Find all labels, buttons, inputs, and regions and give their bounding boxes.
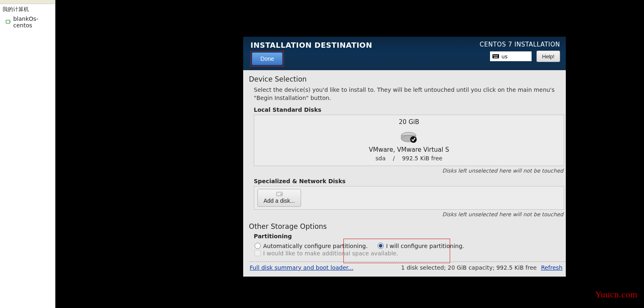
refresh-link[interactable]: Refresh (541, 264, 563, 271)
disk-name: VMware, VMware Virtual S (369, 146, 449, 153)
local-disks-hint: Disks left unselected here will not be t… (246, 168, 566, 174)
page-title: INSTALLATION DESTINATION (251, 41, 372, 49)
radio-manual-label: I will configure partitioning. (386, 243, 464, 249)
checkbox-additional-space: I would like to make additional space av… (255, 250, 398, 257)
sidebar-toolbar (0, 0, 55, 4)
local-disks-heading: Local Standard Disks (246, 106, 566, 113)
svg-rect-5 (497, 55, 498, 56)
specialized-disks-hint: Disks left unselected here will not be t… (246, 211, 566, 217)
done-highlight: Done (251, 51, 284, 66)
vm-icon (6, 19, 11, 25)
radio-manual-input[interactable] (378, 243, 384, 249)
svg-rect-4 (496, 55, 497, 56)
add-disk-button[interactable]: Add a disk... (257, 189, 301, 207)
disk-detail: sda / 992.5 KiB free (376, 155, 442, 162)
keyboard-layout-indicator[interactable]: us (490, 51, 532, 61)
specialized-disk-panel: Add a disk... (254, 186, 564, 210)
checkbox-additional-input (255, 250, 261, 256)
disk-device: sda (376, 155, 386, 162)
installer-body: Device Selection Select the device(s) yo… (243, 70, 566, 277)
radio-auto-label: Automatically configure partitioning. (263, 243, 368, 249)
partitioning-heading: Partitioning (246, 233, 566, 239)
svg-rect-1 (492, 54, 499, 58)
footer-status: 1 disk selected; 20 GiB capacity; 992.5 … (401, 264, 563, 271)
section-device-selection-desc: Select the device(s) you'd like to insta… (246, 86, 566, 106)
svg-rect-0 (6, 20, 10, 23)
sidebar-title: 我的计算机 (0, 4, 55, 14)
radio-auto-partition[interactable]: Automatically configure partitioning. (255, 243, 368, 249)
disk-sep: / (393, 155, 395, 162)
radio-manual-partition[interactable]: I will configure partitioning. (378, 243, 464, 249)
specialized-disks-heading: Specialized & Network Disks (246, 178, 566, 184)
summary-link[interactable]: Full disk summary and boot loader... (250, 264, 354, 271)
keyboard-icon (492, 53, 499, 59)
hard-disk-icon (400, 129, 418, 143)
footer-status-text: 1 disk selected; 20 GiB capacity; 992.5 … (401, 264, 537, 271)
disk-size: 20 GiB (399, 118, 419, 126)
add-disk-icon (276, 191, 283, 197)
svg-rect-2 (493, 55, 494, 56)
installer-window: INSTALLATION DESTINATION Done CENTOS 7 I… (243, 37, 566, 277)
svg-point-12 (280, 193, 281, 195)
add-disk-label: Add a disk... (264, 197, 295, 204)
svg-rect-3 (495, 55, 495, 56)
done-button[interactable]: Done (252, 52, 283, 65)
local-disk-panel[interactable]: 20 GiB VMware, VMware Virtual S sda / 99… (254, 115, 564, 166)
svg-rect-6 (494, 57, 498, 58)
product-title: CENTOS 7 INSTALLATION (480, 41, 560, 48)
footer-bar: Full disk summary and boot loader... 1 d… (246, 262, 566, 274)
keyboard-layout-label: us (501, 53, 508, 60)
sidebar-item-vm[interactable]: blankOs-centos (0, 14, 55, 30)
section-device-selection-title: Device Selection (246, 75, 566, 83)
disk-free: 992.5 KiB free (402, 155, 442, 162)
sidebar-item-label: blankOs-centos (13, 16, 53, 29)
radio-auto-input[interactable] (255, 243, 261, 249)
vm-sidebar: 我的计算机 blankOs-centos (0, 0, 55, 308)
installer-header: INSTALLATION DESTINATION Done CENTOS 7 I… (243, 37, 566, 70)
watermark: Yuucn.com (595, 289, 637, 300)
help-button[interactable]: Help! (536, 51, 560, 62)
checkbox-additional-label: I would like to make additional space av… (263, 250, 398, 257)
section-other-storage-title: Other Storage Options (246, 222, 566, 230)
